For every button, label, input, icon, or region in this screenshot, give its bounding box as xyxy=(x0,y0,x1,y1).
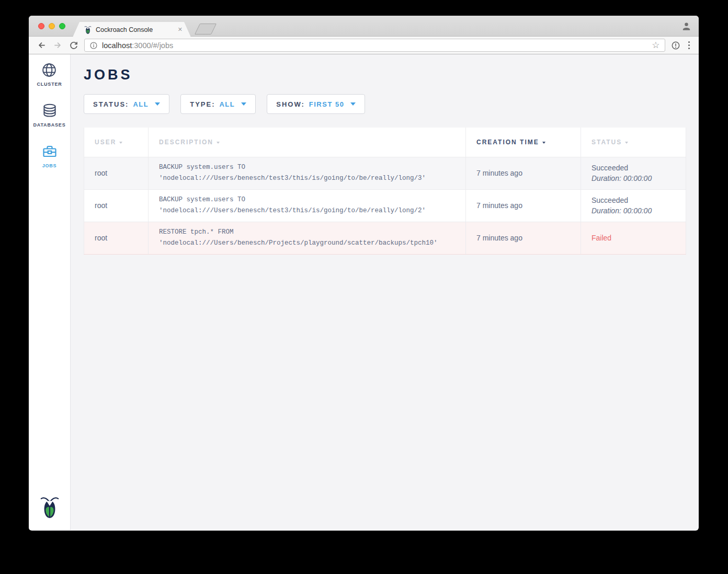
status-text: Failed xyxy=(592,234,686,242)
cell-user: root xyxy=(84,157,149,189)
jobs-table: USER DESCRIPTION CREATION TIME STATUS ro… xyxy=(84,128,686,255)
filter-label: SHOW: xyxy=(276,100,305,108)
sort-arrow-icon xyxy=(217,142,220,144)
globe-icon xyxy=(41,62,57,78)
browser-menu-icon[interactable] xyxy=(686,41,692,50)
chevron-down-icon xyxy=(350,102,356,106)
status-text: Succeeded xyxy=(592,195,686,205)
sidebar-item-databases[interactable]: DATABASES xyxy=(33,103,66,128)
extension-icon[interactable] xyxy=(670,40,681,51)
column-header-status[interactable]: STATUS xyxy=(581,128,686,157)
sort-arrow-icon xyxy=(625,142,628,144)
cell-creation-time: 7 minutes ago xyxy=(466,189,581,222)
sort-arrow-icon xyxy=(119,142,122,144)
database-icon xyxy=(42,103,58,119)
url-host: localhost xyxy=(102,41,132,50)
chevron-down-icon xyxy=(155,102,160,106)
table-row: root RESTORE tpch.* FROM'nodelocal:///Us… xyxy=(84,222,686,254)
favicon-cockroach-icon xyxy=(84,25,92,35)
url-bar[interactable]: localhost:3000/#/jobs ☆ xyxy=(84,39,665,52)
cell-creation-time: 7 minutes ago xyxy=(466,157,581,189)
briefcase-icon xyxy=(42,144,58,159)
type-filter-dropdown[interactable]: TYPE: ALL xyxy=(180,94,256,114)
url-text[interactable]: localhost:3000/#/jobs xyxy=(102,41,173,50)
status-text: Succeeded xyxy=(592,163,686,173)
filter-label: STATUS: xyxy=(93,100,129,108)
sidebar-item-jobs[interactable]: JOBS xyxy=(42,144,58,168)
cell-description: RESTORE tpch.* FROM'nodelocal:///Users/b… xyxy=(149,222,466,254)
filter-label: TYPE: xyxy=(190,100,215,108)
browser-tab[interactable]: Cockroach Console ✕ xyxy=(73,22,191,37)
chevron-down-icon xyxy=(241,102,246,106)
sidebar: CLUSTER DATABASES JOB xyxy=(29,54,71,530)
cockroachdb-logo xyxy=(40,495,60,522)
duration-text: Duration: 00:00:00 xyxy=(592,173,686,183)
sort-arrow-icon xyxy=(542,142,545,144)
new-tab-button[interactable] xyxy=(195,24,217,35)
show-filter-dropdown[interactable]: SHOW: FIRST 50 xyxy=(267,94,365,114)
column-header-user[interactable]: USER xyxy=(84,128,149,157)
app-content: CLUSTER DATABASES JOB xyxy=(29,54,699,530)
filter-value: ALL xyxy=(133,100,149,108)
filter-bar: STATUS: ALL TYPE: ALL SHOW: FIRST 50 xyxy=(84,94,686,114)
sidebar-item-label: JOBS xyxy=(42,163,57,168)
cell-status: Failed xyxy=(581,222,686,254)
cell-user: root xyxy=(84,189,149,222)
url-path: :3000/#/jobs xyxy=(132,41,173,50)
tab-close-icon[interactable]: ✕ xyxy=(178,26,183,33)
duration-text: Duration: 00:00:00 xyxy=(592,205,686,216)
reload-icon[interactable] xyxy=(68,40,79,51)
window-controls xyxy=(38,23,65,29)
sidebar-item-label: DATABASES xyxy=(33,122,66,128)
sidebar-item-label: CLUSTER xyxy=(37,82,62,87)
table-row: root BACKUP system.users TO'nodelocal://… xyxy=(84,189,686,222)
cell-creation-time: 7 minutes ago xyxy=(466,222,581,254)
profile-icon[interactable] xyxy=(681,21,691,33)
main-panel: JOBS STATUS: ALL TYPE: ALL SHOW: FIRST 5… xyxy=(71,54,699,530)
sidebar-item-cluster[interactable]: CLUSTER xyxy=(37,62,62,87)
tab-strip: Cockroach Console ✕ xyxy=(29,16,699,37)
zoom-window-button[interactable] xyxy=(59,23,65,29)
cell-description: BACKUP system.users TO'nodelocal:///User… xyxy=(149,189,466,222)
status-filter-dropdown[interactable]: STATUS: ALL xyxy=(84,94,169,114)
page-title: JOBS xyxy=(84,67,686,83)
browser-window: Cockroach Console ✕ xyxy=(29,16,699,531)
filter-value: ALL xyxy=(219,100,235,108)
bookmark-star-icon[interactable]: ☆ xyxy=(652,41,659,50)
cell-status: SucceededDuration: 00:00:00 xyxy=(581,157,686,189)
close-window-button[interactable] xyxy=(38,23,44,29)
tab-title: Cockroach Console xyxy=(96,26,174,33)
browser-toolbar: localhost:3000/#/jobs ☆ xyxy=(29,37,699,54)
table-row: root BACKUP system.users TO'nodelocal://… xyxy=(84,157,686,189)
cell-status: SucceededDuration: 00:00:00 xyxy=(581,189,686,222)
cell-description: BACKUP system.users TO'nodelocal:///User… xyxy=(149,157,466,189)
back-icon[interactable] xyxy=(36,40,47,51)
column-header-creation-time[interactable]: CREATION TIME xyxy=(466,128,581,157)
minimize-window-button[interactable] xyxy=(49,23,55,29)
table-header-row: USER DESCRIPTION CREATION TIME STATUS xyxy=(84,128,686,157)
cell-user: root xyxy=(84,222,149,254)
page-info-icon[interactable] xyxy=(89,41,98,50)
forward-icon[interactable] xyxy=(52,40,63,51)
column-header-description[interactable]: DESCRIPTION xyxy=(149,128,466,157)
filter-value: FIRST 50 xyxy=(309,100,345,108)
